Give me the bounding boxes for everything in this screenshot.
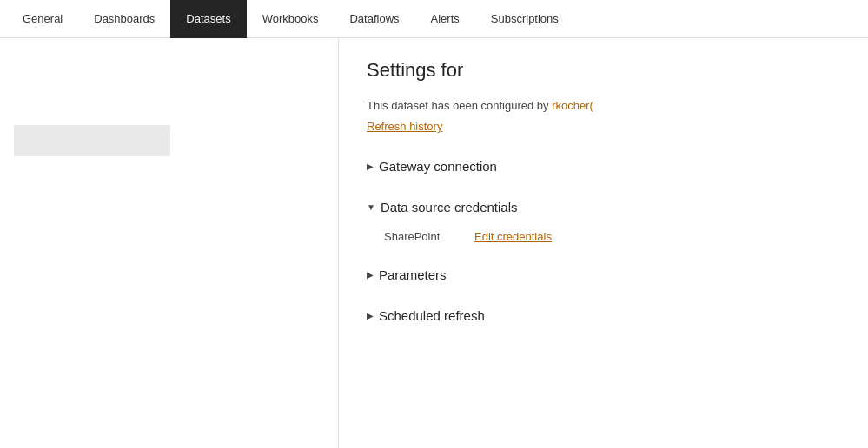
arrow-icon-parameters (367, 270, 374, 280)
nav-tab-datasets[interactable]: Datasets (170, 0, 246, 38)
config-description: This dataset has been configured by rkoc… (367, 99, 840, 112)
nav-tab-dataflows[interactable]: Dataflows (334, 0, 414, 38)
nav-tab-workbooks[interactable]: Workbooks (247, 0, 335, 38)
nav-tab-dashboards[interactable]: Dashboards (78, 0, 170, 38)
section-datasource: Data source credentialsSharePointEdit cr… (367, 194, 840, 247)
section-label-datasource: Data source credentials (381, 200, 518, 214)
user-link[interactable]: rkocher( (552, 99, 593, 112)
section-label-parameters: Parameters (379, 267, 447, 282)
section-header-parameters[interactable]: Parameters (367, 262, 840, 287)
section-label-gateway: Gateway connection (379, 159, 497, 174)
sidebar (0, 38, 339, 448)
sections-container: Gateway connectionData source credential… (367, 154, 840, 328)
section-header-datasource[interactable]: Data source credentials (367, 194, 840, 220)
nav-tab-subscriptions[interactable]: Subscriptions (475, 0, 574, 38)
refresh-history-link[interactable]: Refresh history (367, 120, 442, 133)
arrow-icon-scheduled_refresh (367, 311, 374, 320)
sidebar-placeholder (14, 125, 170, 156)
arrow-icon-gateway (367, 161, 374, 171)
nav-tab-general[interactable]: General (7, 0, 78, 38)
section-gateway: Gateway connection (367, 154, 840, 179)
settings-title: Settings for (367, 59, 840, 82)
section-header-gateway[interactable]: Gateway connection (367, 154, 840, 179)
edit-credentials-link[interactable]: Edit credentials (474, 230, 552, 243)
section-header-scheduled_refresh[interactable]: Scheduled refresh (367, 303, 840, 328)
main-layout: Settings for This dataset has been confi… (0, 38, 868, 448)
section-parameters: Parameters (367, 262, 840, 287)
credentials-row: SharePointEdit credentials (384, 230, 840, 243)
main-content: Settings for This dataset has been confi… (339, 38, 868, 448)
arrow-icon-datasource (367, 202, 375, 212)
section-scheduled_refresh: Scheduled refresh (367, 303, 840, 328)
credentials-type-label: SharePoint (384, 230, 454, 243)
section-label-scheduled_refresh: Scheduled refresh (379, 308, 485, 323)
nav-tab-alerts[interactable]: Alerts (415, 0, 475, 38)
section-content-datasource: SharePointEdit credentials (367, 220, 840, 247)
top-navigation: GeneralDashboardsDatasetsWorkbooksDatafl… (0, 0, 868, 38)
config-text-prefix: This dataset has been configured by (367, 99, 552, 112)
